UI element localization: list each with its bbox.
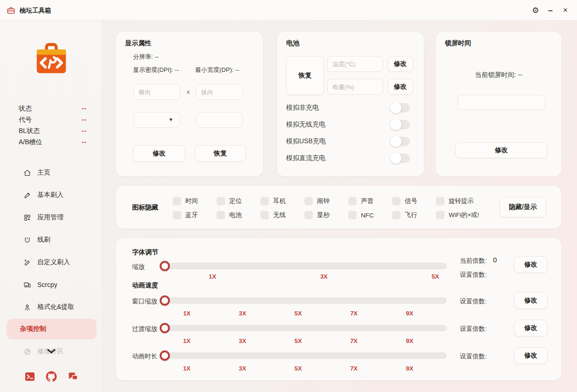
checkbox-cell: 声音 — [348, 197, 373, 205]
duration-anim-slider[interactable] — [161, 352, 447, 359]
set-multiplier-label: 设置倍数: — [460, 325, 487, 333]
checkbox-airplane[interactable] — [392, 211, 401, 219]
checkbox-label: 耳机 — [273, 197, 286, 205]
status-value: -- — [82, 138, 87, 147]
checkbox-wifi-mark[interactable] — [436, 211, 444, 219]
battery-level-modify-button[interactable]: 修改 — [387, 79, 413, 95]
checkbox-cell: 闹钟 — [304, 197, 330, 205]
transition-anim-modify-button[interactable]: 修改 — [514, 320, 548, 336]
brush-icon — [23, 191, 31, 199]
duration-anim-modify-button[interactable]: 修改 — [514, 347, 548, 364]
close-icon[interactable]: × — [557, 0, 573, 21]
toggle-no-charge[interactable] — [391, 103, 410, 112]
checkbox-bluetooth[interactable] — [173, 211, 181, 219]
github-icon[interactable] — [46, 371, 57, 382]
checkbox-label: 无线 — [273, 211, 286, 219]
sidebar-item-label: 格式化&提取 — [37, 303, 74, 311]
width-input[interactable] — [134, 84, 180, 100]
checkbox-nfc[interactable] — [348, 211, 357, 219]
toolbox-app-icon — [7, 6, 15, 14]
battery-restore-button[interactable]: 恢复 — [286, 56, 324, 95]
status-label: 状态 — [19, 105, 32, 113]
screen-mirror-icon — [23, 281, 31, 289]
checkbox-label: WiFi的×或! — [449, 211, 479, 219]
checkbox-seconds[interactable] — [304, 211, 313, 219]
sidebar-item-fastboot[interactable]: 线刷 — [7, 230, 97, 250]
toggle-usb-charge[interactable] — [391, 137, 410, 146]
sidebar-item-scrcpy[interactable]: Scrcpy — [7, 274, 97, 295]
slider-ticks: 1X 3X 5X 7X 9X — [161, 365, 447, 372]
hide-show-button[interactable]: 隐藏/显示 — [500, 197, 546, 217]
sidebar-item-custom-flash[interactable]: 自定义刷入 — [7, 252, 97, 273]
height-input[interactable] — [196, 84, 243, 100]
sliders-card: 字体调节 缩放 1X 3X 5X 当前倍数: 0 设置倍数: 修改 动画速度 窗… — [116, 238, 562, 380]
sidebar: 状态 -- 代号 -- BL状态 -- A/B槽位 -- 主页 基本刷入 — [0, 21, 103, 392]
terminal-icon[interactable] — [24, 371, 35, 382]
caret-down-icon: ▾ — [169, 116, 172, 123]
checkbox-label: NFC — [361, 212, 374, 219]
tick-label: 9X — [406, 337, 413, 344]
lockscreen-card: 锁屏时间 当前锁屏时间: -- 修改 — [436, 32, 562, 176]
toggle-label: 模拟非充电 — [286, 104, 319, 112]
checkbox-location[interactable] — [217, 197, 225, 205]
set-multiplier-label: 设置倍数: — [460, 271, 487, 279]
tick-label: 5X — [295, 310, 302, 317]
slider-knob[interactable] — [160, 323, 170, 333]
battery-temp-input[interactable] — [327, 56, 383, 72]
window-anim-modify-button[interactable]: 修改 — [514, 292, 548, 309]
tick-label: 3X — [320, 273, 328, 280]
sidebar-item-format-extract[interactable]: 格式化&提取 — [7, 297, 97, 317]
checkbox-cell: WiFi的×或! — [436, 211, 479, 219]
checkbox-wifi[interactable] — [260, 211, 269, 219]
display-modify-button[interactable]: 修改 — [133, 145, 185, 162]
window-anim-slider[interactable] — [161, 297, 447, 304]
minimize-icon[interactable]: – — [542, 0, 558, 21]
slider-knob[interactable] — [160, 261, 170, 271]
sidebar-item-home[interactable]: 主页 — [7, 162, 97, 183]
checkbox-volume[interactable] — [348, 197, 357, 205]
toggle-wireless-charge[interactable] — [391, 120, 410, 129]
checkbox-cell: 定位 — [217, 197, 242, 205]
toolbox-logo — [34, 43, 69, 79]
checkbox-rotation-hint[interactable] — [436, 197, 444, 205]
battery-temp-modify-button[interactable]: 修改 — [387, 56, 413, 72]
checkbox-signal[interactable] — [392, 197, 401, 205]
slider-knob[interactable] — [160, 295, 170, 306]
toggle-label: 模拟USB充电 — [286, 137, 326, 146]
checkbox-alarm[interactable] — [304, 197, 313, 205]
display-properties-card: 显示属性 分辨率: -- 显示密度(DPI): -- 最小宽度(DP): -- … — [116, 32, 263, 176]
checkbox-label: 飞行 — [405, 211, 417, 219]
transition-anim-slider[interactable] — [161, 325, 447, 331]
dpi-select[interactable]: ▾ — [134, 112, 180, 128]
tick-label: 9X — [406, 365, 413, 372]
toggle-dc-charge[interactable] — [391, 154, 410, 163]
slider-knob[interactable] — [160, 350, 170, 361]
tick-label: 1X — [183, 365, 190, 372]
set-multiplier-label: 设置倍数: — [460, 352, 487, 361]
battery-level-input[interactable] — [327, 79, 383, 95]
display-restore-button[interactable]: 恢复 — [195, 145, 246, 162]
sidebar-item-app-manage[interactable]: 应用管理 — [7, 207, 97, 228]
chat-icon[interactable] — [68, 371, 79, 382]
chevron-down-icon[interactable] — [44, 348, 58, 355]
icon-hide-title: 图标隐藏 — [132, 203, 158, 212]
lock-time-input[interactable] — [457, 95, 545, 110]
checkbox-time[interactable] — [173, 197, 181, 205]
font-modify-button[interactable]: 修改 — [514, 256, 548, 273]
status-row: BL状态 -- — [19, 127, 87, 135]
sidebar-item-misc-control[interactable]: 杂项控制 — [7, 319, 97, 339]
checkbox-headset[interactable] — [260, 197, 269, 205]
settings-gear-icon[interactable]: ⚙ — [528, 0, 543, 21]
lock-modify-button[interactable]: 修改 — [455, 142, 548, 158]
checkbox-battery[interactable] — [217, 211, 225, 219]
checkbox-label: 显秒 — [317, 211, 330, 219]
checkbox-cell: 耳机 — [260, 197, 286, 205]
sidebar-item-basic-flash[interactable]: 基本刷入 — [7, 185, 97, 205]
slider-label: 缩放 — [132, 263, 145, 271]
font-scale-slider[interactable] — [161, 263, 447, 269]
checkbox-cell: 时间 — [173, 197, 198, 205]
card-title: 锁屏时间 — [445, 39, 471, 48]
min-width-input[interactable] — [196, 112, 243, 128]
slider-label: 过渡缩放 — [132, 325, 157, 333]
sidebar-item-label: 线刷 — [37, 236, 50, 244]
